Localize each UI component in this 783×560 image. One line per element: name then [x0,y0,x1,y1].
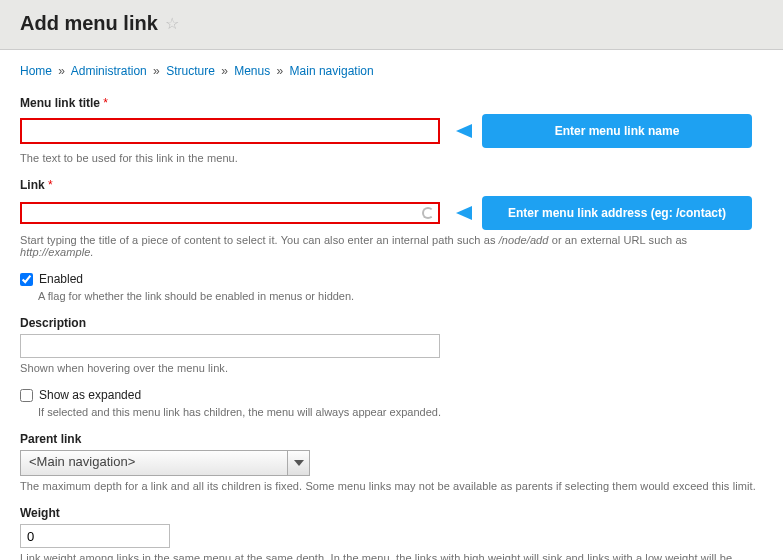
label-description: Description [20,316,763,330]
field-expanded: Show as expanded If selected and this me… [20,388,763,418]
field-description: Description Shown when hovering over the… [20,316,763,374]
required-mark: * [48,178,53,192]
label-parent-link: Parent link [20,432,763,446]
help-em: /node/add [499,234,549,246]
label-link: Link * [20,178,763,192]
breadcrumb-link[interactable]: Home [20,64,52,78]
field-menu-link-title: Menu link title * Enter menu link name T… [20,96,763,164]
callout-arrow-icon [456,206,472,220]
required-mark: * [103,96,108,110]
label-enabled[interactable]: Enabled [39,272,83,286]
expanded-checkbox[interactable] [20,389,33,402]
help-menu-link-title: The text to be used for this link in the… [20,152,763,164]
breadcrumb-sep: » [277,64,284,78]
weight-input[interactable] [20,524,170,548]
help-expanded: If selected and this menu link has child… [38,406,763,418]
help-parent-link: The maximum depth for a link and all its… [20,480,763,492]
help-weight: Link weight among links in the same menu… [20,552,763,560]
chevron-down-icon [287,451,309,475]
select-value: <Main navigation> [29,454,135,469]
field-enabled: Enabled A flag for whether the link shou… [20,272,763,302]
breadcrumb-link[interactable]: Main navigation [290,64,374,78]
content-region: Home » Administration » Structure » Menu… [0,50,783,560]
help-description: Shown when hovering over the menu link. [20,362,763,374]
breadcrumb-link[interactable]: Menus [234,64,270,78]
callout-title: Enter menu link name [482,114,752,148]
breadcrumb-link[interactable]: Structure [166,64,215,78]
enabled-checkbox[interactable] [20,273,33,286]
help-link: Start typing the title of a piece of con… [20,234,763,258]
page-title: Add menu link [20,12,158,35]
field-weight: Weight Link weight among links in the sa… [20,506,763,560]
label-menu-link-title: Menu link title * [20,96,763,110]
breadcrumb-sep: » [153,64,160,78]
field-link: Link * Enter menu link address (eg: /con… [20,178,763,258]
callout-arrow-icon [456,124,472,138]
label-weight: Weight [20,506,763,520]
breadcrumb-sep: » [221,64,228,78]
header-bar: Add menu link ☆ [0,0,783,50]
help-em: http://example. [20,246,94,258]
help-text: Start typing the title of a piece of con… [20,234,499,246]
parent-link-select[interactable]: <Main navigation> [20,450,310,476]
autocomplete-spinner-icon [422,207,434,219]
callout-link: Enter menu link address (eg: /contact) [482,196,752,230]
menu-link-title-input[interactable] [20,118,440,144]
star-icon[interactable]: ☆ [165,14,179,33]
breadcrumb-link[interactable]: Administration [71,64,147,78]
description-input[interactable] [20,334,440,358]
breadcrumb-sep: » [58,64,65,78]
field-parent-link: Parent link <Main navigation> The maximu… [20,432,763,492]
help-text: or an external URL such as [549,234,688,246]
label-text: Link [20,178,45,192]
help-enabled: A flag for whether the link should be en… [38,290,763,302]
label-expanded[interactable]: Show as expanded [39,388,141,402]
link-input[interactable] [20,202,440,224]
label-text: Menu link title [20,96,100,110]
breadcrumb: Home » Administration » Structure » Menu… [20,64,763,78]
